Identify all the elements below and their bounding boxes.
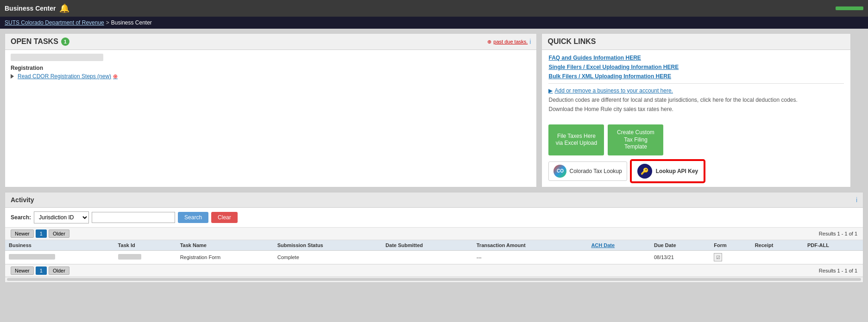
quick-links-title: QUICK LINKS — [547, 37, 596, 46]
search-label: Search: — [11, 214, 31, 221]
cell-submission-status: Complete — [274, 250, 382, 264]
top-bar-right — [836, 6, 863, 10]
open-tasks-title: OPEN TASKS — [11, 37, 58, 46]
divider — [548, 83, 843, 84]
col-business: Business — [5, 240, 114, 251]
faq-link[interactable]: FAQ and Guides Information HERE — [548, 55, 843, 61]
cell-transaction-amount: --- — [473, 250, 588, 264]
col-ach-date[interactable]: ACH Date — [587, 240, 650, 251]
search-button[interactable]: Search — [178, 212, 208, 223]
quick-links-content: FAQ and Guides Information HERE Single F… — [542, 50, 850, 120]
activity-section: Activity i Search: Jurisdiction ID Busin… — [5, 192, 863, 283]
top-pagination-row: Newer 1 Older Results 1 - 1 of 1 — [5, 228, 863, 240]
arrow-right-icon-2: ▶ — [548, 87, 553, 94]
activity-title: Activity — [11, 196, 34, 204]
scroll-track[interactable] — [7, 278, 861, 281]
cell-due-date: 08/13/21 — [650, 250, 710, 264]
col-receipt: Receipt — [751, 240, 804, 251]
tax-lookup-label: Colorado Tax Lookup — [569, 168, 622, 174]
clear-button[interactable]: Clear — [211, 212, 238, 223]
page-1-button[interactable]: 1 — [36, 229, 47, 238]
open-tasks-badge: 1 — [61, 37, 69, 46]
lookup-buttons-row: CO Colorado Tax Lookup 🔑 Lookup API Key — [542, 158, 850, 187]
quick-links-header: QUICK LINKS — [542, 34, 850, 50]
file-taxes-excel-button[interactable]: File Taxes Here via Excel Upload — [548, 124, 604, 155]
registration-label: Registration — [11, 65, 531, 71]
cell-receipt — [751, 250, 804, 264]
top-bar: Business Center 🔔 — [0, 0, 868, 17]
tasks-content: Registration Read CDOR Registration Step… — [5, 50, 536, 83]
bulk-filers-link[interactable]: Bulk Filers / XML Uploading Information … — [548, 73, 843, 80]
cell-task-id — [114, 250, 176, 264]
bottom-pagination-controls: Newer 1 Older — [11, 266, 69, 275]
app-title: Business Center — [5, 5, 56, 12]
status-indicator — [836, 6, 863, 10]
col-due-date: Due Date — [650, 240, 710, 251]
pagination-controls: Newer 1 Older — [11, 229, 69, 238]
older-button[interactable]: Older — [49, 229, 69, 238]
past-due-bar: ⊕ past due tasks. i — [487, 38, 531, 45]
blurred-business — [9, 254, 55, 260]
open-tasks-panel: OPEN TASKS 1 ⊕ past due tasks. i Registr… — [5, 33, 537, 187]
search-input[interactable] — [92, 212, 175, 223]
lookup-api-key-button[interactable]: 🔑 Lookup API Key — [631, 160, 705, 182]
warning-icon: ⊕ — [113, 73, 118, 80]
col-transaction-amount: Transaction Amount — [473, 240, 588, 251]
home-rule-text: Download the Home Rule city sales tax ra… — [548, 106, 843, 112]
action-buttons-row: File Taxes Here via Excel Upload Create … — [542, 120, 850, 158]
past-due-icon: ⊕ — [487, 39, 491, 45]
breadcrumb-root[interactable]: SUTS Colorado Department of Revenue — [5, 19, 104, 26]
create-custom-template-button[interactable]: Create Custom Tax Filing Template — [608, 124, 663, 155]
bottom-pagination-row: Newer 1 Older Results 1 - 1 of 1 — [5, 264, 863, 277]
col-submission-status: Submission Status — [274, 240, 382, 251]
deduction-codes-text: Deduction codes are different for local … — [548, 97, 843, 103]
bottom-results-count: Results 1 - 1 of 1 — [819, 268, 857, 273]
bottom-page-1-button[interactable]: 1 — [36, 266, 47, 275]
cell-pdf-all — [804, 250, 863, 264]
arrow-right-icon — [11, 74, 14, 79]
registration-section: Registration Read CDOR Registration Step… — [11, 65, 531, 80]
activity-info-icon[interactable]: i — [856, 196, 857, 204]
reg-link-text[interactable]: Read CDOR Registration Steps (new) — [18, 73, 111, 80]
activity-header: Activity i — [5, 192, 863, 208]
table-row: Registration Form Complete --- 08/13/21 … — [5, 250, 863, 264]
api-key-label: Lookup API Key — [656, 168, 698, 174]
colorado-tax-lookup-button[interactable]: CO Colorado Tax Lookup — [548, 161, 627, 181]
blurred-task-id — [118, 254, 141, 260]
quick-links-panel: QUICK LINKS FAQ and Guides Information H… — [541, 33, 850, 187]
main-content: OPEN TASKS 1 ⊕ past due tasks. i Registr… — [0, 29, 868, 192]
col-pdf-all: PDF-ALL — [804, 240, 863, 251]
bottom-newer-button[interactable]: Newer — [11, 266, 34, 275]
breadcrumb: SUTS Colorado Department of Revenue > Bu… — [0, 17, 868, 29]
open-tasks-header: OPEN TASKS 1 ⊕ past due tasks. i — [5, 34, 536, 50]
search-bar: Search: Jurisdiction ID Business Name Ta… — [5, 208, 863, 228]
top-bar-left: Business Center 🔔 — [5, 3, 69, 13]
cell-form[interactable]: ☑ — [710, 250, 751, 264]
cell-ach-date — [587, 250, 650, 264]
results-count: Results 1 - 1 of 1 — [819, 231, 857, 236]
bell-icon[interactable]: 🔔 — [59, 3, 69, 13]
blurred-account-row — [11, 54, 103, 61]
table-body: Registration Form Complete --- 08/13/21 … — [5, 250, 863, 264]
add-remove-business-link[interactable]: ▶ Add or remove a business to your accou… — [548, 87, 843, 94]
table-header: Business Task Id Task Name Submission St… — [5, 240, 863, 251]
activity-table: Business Task Id Task Name Submission St… — [5, 240, 863, 264]
col-form: Form — [710, 240, 751, 251]
bottom-older-button[interactable]: Older — [49, 266, 69, 275]
newer-button[interactable]: Newer — [11, 229, 34, 238]
registration-link[interactable]: Read CDOR Registration Steps (new) ⊕ — [11, 73, 531, 80]
cell-task-name: Registration Form — [176, 250, 274, 264]
col-date-submitted: Date Submitted — [382, 240, 472, 251]
key-icon: 🔑 — [637, 164, 652, 179]
col-task-id: Task Id — [114, 240, 176, 251]
single-filers-link[interactable]: Single Filers / Excel Uploading Informat… — [548, 64, 843, 70]
past-due-text[interactable]: past due tasks. — [493, 39, 528, 44]
open-tasks-info-icon[interactable]: i — [529, 38, 531, 45]
scroll-bar[interactable] — [5, 277, 863, 282]
breadcrumb-current: Business Center — [111, 19, 152, 26]
cell-date-submitted — [382, 250, 472, 264]
search-dropdown[interactable]: Jurisdiction ID Business Name Task ID — [34, 211, 89, 223]
add-remove-text[interactable]: Add or remove a business to your account… — [554, 87, 673, 94]
breadcrumb-separator: > — [106, 19, 109, 26]
form-icon[interactable]: ☑ — [714, 253, 722, 261]
